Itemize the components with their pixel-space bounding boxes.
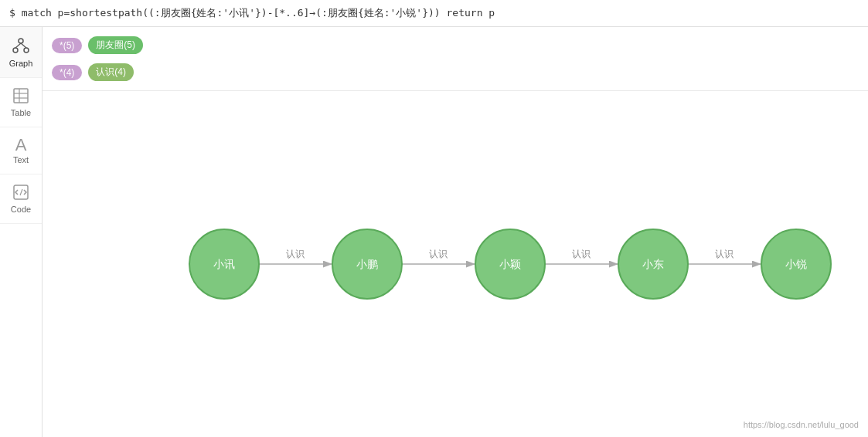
filter-section: *(5) 朋友圈(5) *(4) 认识(4) [43,27,868,91]
command-bar: $ match p=shortestpath((:朋友圈{姓名:'小讯'})-[… [0,0,868,27]
code-icon [12,184,29,203]
svg-point-1 [13,48,18,53]
sidebar-code-label: Code [11,205,31,214]
graph-canvas: 认识 认识 认识 认识 小讯 小鹏 小颖 [43,91,868,437]
svg-point-0 [19,39,23,43]
svg-point-2 [24,48,29,53]
edge-label-ying-dong: 认识 [572,249,591,259]
sidebar-item-table[interactable]: Table [0,78,42,127]
node-label-ying: 小颖 [499,258,521,270]
edge-label-dong-rui: 认识 [715,249,734,259]
graph-icon [12,36,30,57]
table-icon [12,87,29,107]
edge-label-xun-peng: 认识 [286,249,305,259]
relationship-badge[interactable]: 认识(4) [88,63,134,81]
sidebar-text-label: Text [13,156,29,164]
node-label-peng: 小鹏 [356,258,378,270]
command-text: $ match p=shortestpath((:朋友圈{姓名:'小讯'})-[… [9,7,495,19]
watermark: https://blog.csdn.net/lulu_good [744,420,859,429]
main-layout: Graph Table A Text [0,27,868,437]
sidebar-item-graph[interactable]: Graph [0,27,42,78]
sidebar-table-label: Table [11,109,31,117]
graph-svg: 认识 认识 认识 认识 小讯 小鹏 小颖 [43,91,868,437]
svg-line-4 [21,43,26,48]
edge-label-peng-ying: 认识 [429,249,448,259]
filter-row-1: *(5) 朋友圈(5) [52,33,859,57]
node-label-xun: 小讯 [213,258,235,270]
sidebar: Graph Table A Text [0,27,43,437]
svg-line-3 [15,43,21,48]
svg-rect-5 [14,89,28,103]
sidebar-graph-label: Graph [9,59,33,68]
content-area: *(5) 朋友圈(5) *(4) 认识(4) 认识 [43,27,868,437]
node-label-rui: 小锐 [785,258,807,270]
node-label-dong: 小东 [642,258,664,270]
friend-circle-badge[interactable]: 朋友圈(5) [88,36,143,54]
edge-count-badge[interactable]: *(4) [52,65,82,80]
svg-line-10 [20,189,22,195]
sidebar-item-code[interactable]: Code [0,174,42,224]
node-count-badge[interactable]: *(5) [52,38,82,53]
filter-row-2: *(4) 认识(4) [52,60,859,84]
sidebar-item-text[interactable]: A Text [0,127,42,174]
text-icon: A [15,137,27,154]
